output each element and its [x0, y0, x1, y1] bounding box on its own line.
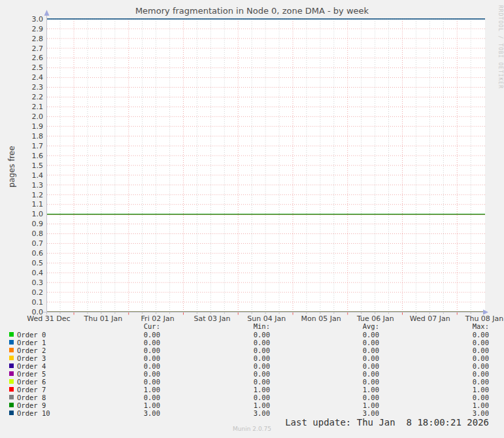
legend-label: Order 4	[17, 362, 46, 370]
legend-avg-value: 0.00	[363, 362, 379, 370]
legend-label: Order 0	[17, 331, 46, 339]
legend-max-value: 1.00	[473, 401, 489, 409]
legend-cur-value: 0.00	[144, 394, 160, 401]
legend-avg-value: 0.00	[363, 339, 379, 346]
legend-min-value: 0.00	[254, 370, 270, 378]
legend-swatch-icon	[9, 411, 14, 415]
legend-label: Order 2	[17, 346, 46, 354]
legend-max-value: 1.00	[473, 386, 489, 394]
munin-version-text: Munin 2.0.75	[0, 426, 504, 432]
rrdtool-watermark: RRDTOOL / TOBI OETIKER	[497, 5, 503, 89]
legend-avg-value: 0.00	[363, 394, 379, 401]
legend-column-header: Avg:	[363, 322, 379, 330]
legend-label: Order 6	[17, 378, 46, 386]
legend-max-value: 0.00	[473, 331, 489, 339]
legend-swatch-icon	[9, 403, 14, 407]
legend-min-value: 3.00	[254, 409, 270, 417]
legend-avg-value: 0.00	[363, 331, 379, 339]
legend-cur-value: 0.00	[144, 362, 160, 370]
legend-swatch-icon	[9, 348, 14, 352]
legend-swatch-icon	[9, 395, 14, 399]
legend-column-header: Min:	[254, 322, 270, 330]
legend-label: Order 8	[17, 394, 46, 401]
legend-max-value: 0.00	[473, 339, 489, 346]
legend-cur-value: 0.00	[144, 331, 160, 339]
legend-max-value: 0.00	[473, 346, 489, 354]
legend-max-value: 0.00	[473, 362, 489, 370]
legend-max-value: 0.00	[473, 394, 489, 401]
legend-cur-value: 0.00	[144, 370, 160, 378]
legend-max-value: 0.00	[473, 370, 489, 378]
legend-avg-value: 3.00	[363, 409, 379, 417]
legend-max-value: 0.00	[473, 354, 489, 362]
legend-cur-value: 0.00	[144, 354, 160, 362]
legend-min-value: 0.00	[254, 378, 270, 386]
legend-label: Order 10	[17, 409, 50, 417]
legend-label: Order 5	[17, 370, 46, 378]
legend-avg-value: 1.00	[363, 401, 379, 409]
legend-column-header: Cur:	[144, 322, 160, 330]
legend-swatch-icon	[9, 379, 14, 384]
legend-swatch-icon	[9, 332, 14, 337]
legend-cur-value: 3.00	[144, 409, 160, 417]
legend-column-header: Max:	[473, 322, 489, 330]
legend-swatch-icon	[9, 363, 14, 368]
legend-cur-value: 1.00	[144, 401, 160, 409]
legend-avg-value: 1.00	[363, 386, 379, 394]
legend-cur-value: 0.00	[144, 346, 160, 354]
legend-min-value: 0.00	[254, 346, 270, 354]
legend-min-value: 0.00	[254, 394, 270, 401]
legend-avg-value: 0.00	[363, 370, 379, 378]
legend-min-value: 1.00	[254, 386, 270, 394]
legend-min-value: 0.00	[254, 362, 270, 370]
legend-label: Order 9	[17, 401, 46, 409]
legend-max-value: 3.00	[473, 409, 489, 417]
legend-avg-value: 0.00	[363, 346, 379, 354]
legend-swatch-icon	[9, 356, 14, 360]
legend-min-value: 0.00	[254, 331, 270, 339]
legend-min-value: 1.00	[254, 401, 270, 409]
legend-avg-value: 0.00	[363, 378, 379, 386]
legend-min-value: 0.00	[254, 339, 270, 346]
legend-label: Order 3	[17, 354, 46, 362]
legend-label: Order 7	[17, 386, 46, 394]
legend-cur-value: 1.00	[144, 386, 160, 394]
legend-avg-value: 0.00	[363, 354, 379, 362]
legend-max-value: 0.00	[473, 378, 489, 386]
legend-swatch-icon	[9, 371, 14, 376]
legend-min-value: 0.00	[254, 354, 270, 362]
munin-graph: Memory fragmentation in Node 0, zone DMA…	[0, 0, 504, 438]
legend-cur-value: 0.00	[144, 339, 160, 346]
legend-swatch-icon	[9, 387, 14, 392]
legend-label: Order 1	[17, 339, 46, 346]
legend: Cur:Min:Avg:Max:Order 00.000.000.000.00O…	[0, 0, 504, 438]
legend-swatch-icon	[9, 340, 14, 345]
legend-cur-value: 0.00	[144, 378, 160, 386]
